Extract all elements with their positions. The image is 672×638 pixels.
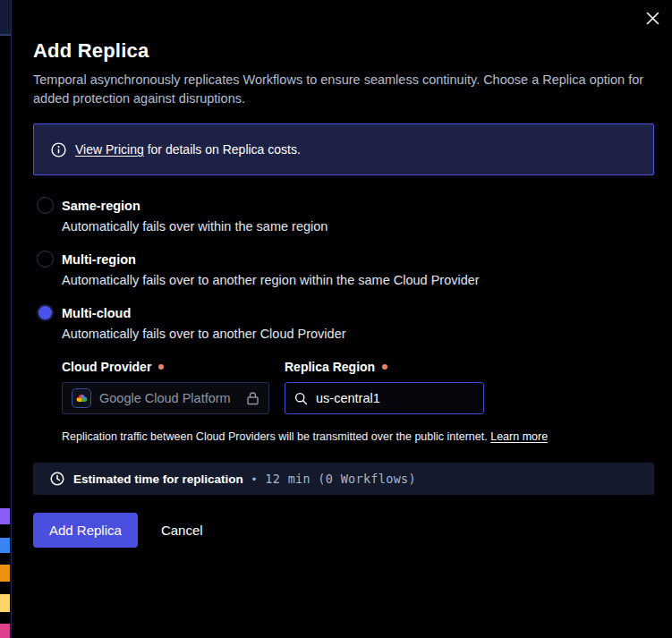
- background-stripe-purple: [0, 508, 10, 524]
- info-icon: [51, 142, 66, 157]
- clock-icon: [50, 472, 64, 486]
- required-dot: [382, 364, 387, 370]
- background-stripe-pink: [0, 624, 10, 638]
- gcp-logo-icon: [72, 388, 91, 408]
- replica-region-input[interactable]: us-central1: [285, 382, 484, 414]
- public-internet-note: Replication traffic between Cloud Provid…: [62, 430, 654, 443]
- background-stripe-blue: [0, 538, 10, 553]
- cancel-button[interactable]: Cancel: [161, 523, 203, 538]
- required-dot: [158, 364, 164, 370]
- replica-region-field-group: Replica Region us-central1: [285, 360, 484, 414]
- replica-region-value: us-central1: [316, 391, 380, 405]
- close-icon: [646, 12, 659, 25]
- option-description: Automatically fails over to another regi…: [62, 273, 654, 287]
- option-description: Automatically fails over to another Clou…: [62, 327, 654, 341]
- background-stripe-orange: [0, 565, 10, 582]
- cloud-provider-label-text: Cloud Provider: [62, 360, 151, 374]
- close-button[interactable]: [640, 5, 665, 30]
- pricing-info-banner: View Pricing for details on Replica cost…: [33, 123, 654, 175]
- modal-actions: Add Replica Cancel: [33, 513, 654, 548]
- option-label[interactable]: Multi-cloud: [62, 306, 131, 320]
- note-text: Replication traffic between Cloud Provid…: [62, 430, 490, 443]
- cloud-provider-label: Cloud Provider: [62, 360, 269, 374]
- cloud-provider-field-group: Cloud Provider: [62, 360, 269, 414]
- estimate-banner: Estimated time for replication • 12 min …: [33, 463, 654, 495]
- option-description: Automatically fails over within the same…: [62, 219, 654, 234]
- multi-cloud-form: Cloud Provider: [62, 360, 654, 443]
- page-title: Add Replica: [33, 39, 654, 63]
- search-icon: [294, 392, 308, 405]
- background-panel-fragment: [0, 0, 11, 36]
- cloud-provider-select[interactable]: Google Cloud Platform: [62, 382, 269, 414]
- cloud-provider-value: Google Cloud Platform: [99, 391, 231, 405]
- radio-multi-region[interactable]: [37, 251, 54, 268]
- replica-option-multi-cloud: Multi-cloud Automatically fails over to …: [33, 304, 654, 443]
- background-stripe-yellow: [0, 594, 10, 612]
- option-label[interactable]: Same-region: [62, 199, 140, 213]
- radio-same-region[interactable]: [37, 197, 54, 214]
- estimate-label: Estimated time for replication: [73, 472, 243, 486]
- pricing-banner-rest: for details on Replica costs.: [144, 142, 301, 157]
- learn-more-link[interactable]: Learn more: [490, 430, 548, 443]
- add-replica-modal: Add Replica Temporal asynchronously repl…: [11, 0, 672, 638]
- replica-region-label: Replica Region: [285, 360, 484, 374]
- pricing-banner-text: View Pricing for details on Replica cost…: [75, 142, 301, 157]
- replica-option-multi-region: Multi-region Automatically fails over to…: [33, 251, 654, 287]
- add-replica-button[interactable]: Add Replica: [33, 513, 138, 548]
- option-label[interactable]: Multi-region: [62, 252, 136, 267]
- modal-description: Temporal asynchronously replicates Workf…: [33, 71, 651, 108]
- lock-icon: [246, 391, 259, 405]
- radio-multi-cloud[interactable]: [37, 304, 54, 321]
- estimate-separator: •: [252, 472, 257, 486]
- estimate-value: 12 min (0 Workflows): [265, 472, 416, 486]
- view-pricing-link[interactable]: View Pricing: [75, 142, 144, 157]
- replica-option-same-region: Same-region Automatically fails over wit…: [33, 197, 654, 234]
- replica-region-label-text: Replica Region: [285, 360, 375, 374]
